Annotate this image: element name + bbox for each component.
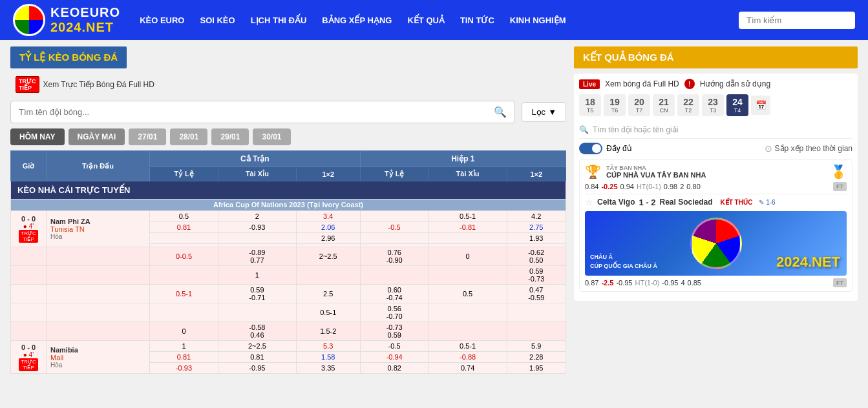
result-card: 🏆 TÂY BAN NHA CÚP NHÀ VUA TÂY BAN NHA 🥇 … (579, 159, 852, 292)
ft-badge: FT (833, 182, 847, 191)
full-toggle[interactable] (579, 143, 602, 154)
h1-1x2-s4 (507, 303, 566, 322)
tab-29[interactable]: 29/01 (211, 128, 249, 145)
logo-line1: KEOEURO (50, 5, 120, 20)
col-tran-dau: Trận Đấu (47, 151, 150, 181)
nav-soi-keo[interactable]: SOI KÈO (200, 15, 235, 25)
tab-ngay-mai[interactable]: NGÀY MAI (69, 128, 125, 145)
live-banner-text: Xem Trực Tiếp Bóng Đá Full HD (43, 80, 154, 89)
nav-ket-qua[interactable]: KẾT QUẢ (407, 15, 444, 25)
tai-xiu-s3: 0.59-0.71 (218, 285, 297, 303)
ty-le-s5: 0 (150, 322, 218, 341)
tai-xiu-s5: -0.580.46 (218, 322, 297, 341)
m2-h1-1x2-3: 1.95 (507, 363, 566, 374)
header-search-input[interactable] (739, 12, 855, 29)
match2-name: Namibia Mali Hòa (47, 341, 150, 374)
h1-tai-xiu-s2 (429, 266, 507, 285)
m2-h1-tai-xiu3: 0.74 (429, 363, 507, 374)
date-btn-23[interactable]: 23 T3 (702, 94, 724, 116)
live-badge: Live (579, 79, 600, 89)
1x2-s5: 1.5-2 (296, 322, 360, 341)
search-league-placeholder[interactable]: Tìm tên đội hoặc tên giải (593, 125, 678, 134)
search-icon: 🔍 (494, 106, 507, 118)
live-row: Live Xem bóng đá Full HD ! Hướng dẫn sử … (579, 79, 852, 89)
right-section-title: KẾT QUẢ BÓNG ĐÁ (574, 46, 858, 68)
live-text[interactable]: Xem bóng đá Full HD (605, 79, 679, 88)
1x2-s4: 0.5-1 (296, 303, 360, 322)
h1-1x2-s1: -0.620.50 (507, 247, 566, 266)
h1-ty-le-s2 (360, 266, 429, 285)
match2-score: 0 - 0 ● 4' TRỰCTIẾP (11, 341, 47, 374)
star-icon[interactable]: ☆ (585, 197, 593, 207)
date-btn-20[interactable]: 20 T7 (628, 94, 650, 116)
logo-icon (13, 4, 45, 36)
m2-ty-le3: -0.93 (150, 363, 218, 374)
match-s5 (47, 322, 150, 341)
nav-bang-xep-hang[interactable]: BẢNG XẾP HẠNG (322, 15, 392, 25)
ty-le-cell2: 0.81 (150, 222, 218, 233)
table-section-header: KÈO NHÀ CÁI TRỰC TUYẾN (11, 181, 566, 199)
date-btn-21[interactable]: 21 CN (653, 94, 675, 116)
filter-label: Lọc (531, 107, 545, 117)
h1-1x2-s2: 0.59-0.73 (507, 266, 566, 285)
sub-col-ty-le-1: Tỷ Lệ (150, 167, 218, 181)
left-panel: TỶ LỆ KÈO BÓNG ĐÁ TRỰCTIẾP Xem Trực Tiếp… (10, 46, 566, 374)
logo-line2: 2024.NET (50, 20, 120, 35)
chevron-down-icon: ▼ (548, 107, 556, 117)
h1-tai-xiu-cell3 (429, 233, 507, 244)
ty-le-cell: 0.5 (150, 211, 218, 222)
h1-ty-le-s1: 0.76-0.90 (360, 247, 429, 266)
1x2-cell: 3.4 (296, 211, 360, 222)
m2-h1-ty-le3: 0.82 (360, 363, 429, 374)
tai-xiu-cell: 2 (218, 211, 297, 222)
euro-cup-label: CHÂU Â (590, 254, 613, 260)
nav-kinh-nghiem[interactable]: KINH NGHIỆM (510, 15, 566, 25)
h1-ty-le-s5: -0.730.59 (360, 322, 429, 341)
match-sub2 (47, 266, 150, 285)
m2-1x2: 5.3 (296, 341, 360, 352)
logo[interactable]: KEOEURO 2024.NET (13, 4, 120, 36)
match-result-row: ☆ Celta Vigo 1 - 2 Real Sociedad KẾT THÚ… (585, 197, 847, 207)
sort-icon: ⊙ (765, 143, 772, 154)
date-selector: 18 T5 19 T6 20 T7 21 CN 22 T2 (579, 94, 852, 116)
time-s3 (11, 285, 47, 303)
h1-1x2-s5 (507, 322, 566, 341)
calendar-icon[interactable]: 📅 (751, 96, 770, 115)
time-sub (11, 247, 47, 266)
m2-h1-ty-le: -0.5 (360, 341, 429, 352)
m2-tai-xiu2: 0.81 (218, 352, 297, 363)
team-search-input[interactable] (19, 107, 490, 117)
h1-1x2-cell2: 2.75 (507, 222, 566, 233)
h1-ty-le-cell2: -0.5 (360, 222, 429, 233)
odds-table: Giờ Trận Đấu Cả Trận Hiệp 1 Tỷ Lệ Tài Xỉ… (10, 150, 566, 374)
tab-hom-nay[interactable]: HÔM NAY (10, 128, 65, 145)
nav-tin-tuc[interactable]: TIN TỨC (460, 15, 494, 25)
table-row: 0 - 0 ● 4' TRỰCTIẾP Nam Phi ZA Tunisia T… (11, 211, 566, 222)
ty-le-s2 (150, 266, 218, 285)
filter-button[interactable]: Lọc ▼ (522, 102, 566, 122)
tab-27[interactable]: 27/01 (129, 128, 166, 145)
tai-xiu-s1: -0.890.77 (218, 247, 297, 266)
search-league-icon: 🔍 (579, 125, 589, 134)
date-btn-18[interactable]: 18 T5 (579, 94, 601, 116)
h1-tai-xiu-s3: 0.5 (429, 285, 507, 303)
nav-lich-thi-dau[interactable]: LỊCH THI ĐẤU (251, 15, 307, 25)
date-btn-24[interactable]: 24 T4 (726, 94, 748, 116)
tab-30[interactable]: 30/01 (253, 128, 290, 145)
date-btn-22[interactable]: 22 T2 (677, 94, 699, 116)
site-header: KEOEURO 2024.NET KÈO EURO SOI KÈO LỊCH T… (0, 0, 868, 40)
tai-xiu-s2: 1 (218, 266, 297, 285)
euro-overlay: CHÂU Â CÚP QUỐC GIA CHÂU Â 2024.NET (585, 211, 847, 276)
table-row: 0.5-1 0.56-0.70 (11, 303, 566, 322)
guide-text[interactable]: Hướng dẫn sử dụng (700, 79, 770, 88)
tab-28[interactable]: 28/01 (170, 128, 207, 145)
nav-keo-euro[interactable]: KÈO EURO (140, 15, 184, 25)
team-search-box[interactable]: 🔍 (10, 101, 515, 123)
col-ca-tran: Cả Trận (150, 151, 361, 167)
h1-tai-xiu-cell: 0.5-1 (429, 211, 507, 222)
h1-tai-xiu-cell2: -0.81 (429, 222, 507, 233)
table-row: 0-0.5 -0.890.77 2~2.5 0.76-0.90 0 -0.620… (11, 247, 566, 266)
m2-1x2-2: 1.58 (296, 352, 360, 363)
table-row: 0.5-1 0.59-0.71 2.5 0.60-0.74 0.5 0.47-0… (11, 285, 566, 303)
date-btn-19[interactable]: 19 T6 (604, 94, 626, 116)
